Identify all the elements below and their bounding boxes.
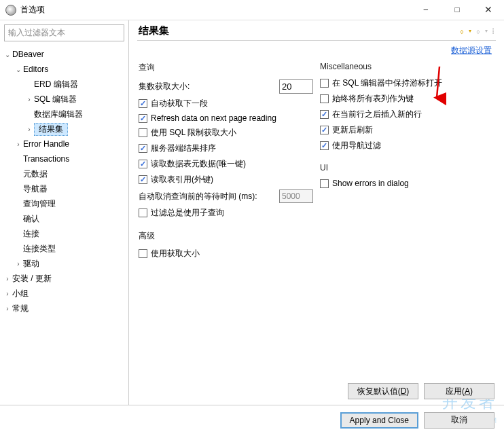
cancel-wait-label: 自动取消查询前的等待时间 (ms): [139, 191, 279, 202]
checkbox-icon [139, 208, 147, 217]
tree-item[interactable]: ›元数据 [0, 166, 128, 181]
nav-back-menu-icon[interactable]: ▾ [469, 28, 471, 34]
tree-item[interactable]: ›SQL 编辑器 [0, 92, 128, 107]
datasource-settings-link[interactable]: 数据源设置 [451, 46, 492, 55]
all-tables-key-checkbox[interactable]: 始终将所有表列作为键 [320, 91, 494, 107]
read-meta-checkbox[interactable]: 读取数据表元数据(唯一键) [139, 156, 313, 172]
checkbox-icon [320, 79, 329, 88]
nav-overflow-icon[interactable]: ⁞ [492, 26, 494, 36]
auto-fetch-checkbox[interactable]: 自动获取下一段 [139, 96, 313, 111]
nav-forward-icon: ⬨ [475, 26, 481, 36]
tree-item-label: 导航器 [23, 183, 48, 195]
checkbox-icon [139, 160, 147, 168]
chevron-right-icon[interactable]: › [24, 126, 34, 133]
chevron-right-icon[interactable]: › [3, 290, 12, 297]
tree-item[interactable]: ›ERD 编辑器 [0, 77, 128, 92]
tree-item[interactable]: ›数据库编辑器 [0, 107, 128, 122]
tree-item-label: 常规 [12, 303, 29, 314]
apply-button[interactable]: 应用(A) [424, 383, 494, 399]
group-ui-title: UI [320, 160, 494, 177]
apply-and-close-button[interactable]: Apply and Close [340, 412, 418, 429]
tree-item-label: SQL 编辑器 [34, 94, 77, 105]
group-advanced-title: 高级 [139, 228, 313, 246]
tree-item[interactable]: ›Transactions [0, 151, 128, 166]
checkbox-icon [139, 249, 147, 258]
tree-item-label: DBeaver [12, 50, 44, 59]
checkbox-icon [139, 114, 147, 123]
fetch-size-input[interactable] [279, 79, 313, 94]
tree-item[interactable]: ›连接 [0, 226, 128, 241]
cancel-button[interactable]: 取消 [424, 412, 494, 429]
show-errors-checkbox[interactable]: Show errors in dialog [320, 177, 494, 190]
read-ref-checkbox[interactable]: 读取表引用(外键) [139, 172, 313, 187]
tree-item[interactable]: ⌄DBeaver [0, 47, 128, 62]
keep-cursor-checkbox[interactable]: 在 SQL 编辑器中保持游标打开 [320, 75, 494, 91]
tree-item-label: Error Handle [23, 139, 69, 149]
tree-item-label: 查询管理 [23, 198, 56, 210]
chevron-right-icon[interactable]: › [3, 305, 12, 312]
chevron-right-icon: › [14, 215, 23, 223]
chevron-right-icon: › [24, 81, 34, 88]
dialog-footer: Apply and Close 取消 [0, 405, 504, 435]
cancel-wait-input [279, 189, 313, 203]
tree-item-label: 元数据 [23, 168, 48, 180]
tree-item[interactable]: ›驱动 [0, 256, 128, 271]
tree-item-label: 驱动 [23, 258, 39, 270]
chevron-right-icon[interactable]: › [14, 260, 23, 268]
chevron-down-icon[interactable]: ⌄ [3, 51, 12, 58]
use-sql-limit-checkbox[interactable]: 使用 SQL 限制获取大小 [139, 125, 313, 141]
minimize-button[interactable]: ‒ [410, 0, 442, 20]
refresh-next-checkbox[interactable]: Refresh data on next page reading [139, 111, 313, 125]
tree-item[interactable]: ›安装 / 更新 [0, 271, 128, 286]
chevron-right-icon[interactable]: › [3, 275, 12, 283]
server-sort-checkbox[interactable]: 服务器端结果排序 [139, 141, 313, 156]
tree-item[interactable]: ⌄Editors [0, 62, 128, 77]
filter-input[interactable]: 输入过滤器文本 [4, 24, 124, 41]
nav-forward-menu-icon: ▾ [485, 28, 488, 34]
use-nav-filter-checkbox[interactable]: 使用导航过滤 [320, 138, 494, 153]
chevron-down-icon[interactable]: ⌄ [14, 66, 23, 73]
checkbox-icon [320, 141, 329, 150]
preferences-tree[interactable]: ⌄DBeaver⌄Editors›ERD 编辑器›SQL 编辑器›数据库编辑器›… [0, 46, 128, 317]
window-title: 首选项 [20, 4, 410, 16]
fetch-size-label: 集数获取大小: [139, 81, 279, 92]
left-column: 查询 集数获取大小: 自动获取下一段 Refresh data on next … [139, 59, 313, 261]
tree-item-label: 连接 [23, 228, 39, 240]
chevron-right-icon: › [14, 185, 23, 193]
group-query-title: 查询 [139, 59, 313, 77]
tree-item-label: 数据库编辑器 [34, 109, 83, 120]
use-fetch-size-checkbox[interactable]: 使用获取大小 [139, 246, 313, 261]
chevron-right-icon[interactable]: › [14, 141, 23, 148]
tree-item-label: 确认 [23, 213, 39, 225]
tree-item[interactable]: ›常规 [0, 301, 128, 316]
content-panel: 结果集 ⬨▾ ⬨▾ ⁞ 数据源设置 查询 集数获取大小: 自动获取下一段 Ref… [129, 20, 504, 405]
chevron-right-icon: › [14, 156, 23, 163]
refresh-after-update-checkbox[interactable]: 更新后刷新 [320, 122, 494, 138]
tree-item-label: Editors [23, 65, 48, 74]
checkbox-icon [139, 99, 147, 108]
close-button[interactable]: ✕ [473, 0, 504, 20]
nav-back-icon[interactable]: ⬨ [459, 26, 465, 36]
filter-subquery-checkbox[interactable]: 过滤总是使用子查询 [139, 205, 313, 221]
insert-after-checkbox[interactable]: 在当前行之后插入新的行 [320, 107, 494, 122]
chevron-right-icon: › [14, 170, 23, 178]
right-column: Miscellaneous 在 SQL 编辑器中保持游标打开 始终将所有表列作为… [320, 59, 494, 261]
tree-item[interactable]: ›小组 [0, 286, 128, 301]
checkbox-icon [139, 175, 147, 184]
chevron-right-icon: › [14, 200, 23, 208]
tree-item-label: 结果集 [34, 123, 68, 136]
maximize-button[interactable]: □ [442, 0, 473, 20]
restore-defaults-button[interactable]: 恢复默认值(D) [348, 383, 418, 399]
chevron-right-icon: › [14, 245, 23, 253]
tree-item[interactable]: ›查询管理 [0, 196, 128, 211]
chevron-right-icon: › [24, 111, 34, 118]
tree-item[interactable]: ›Error Handle [0, 137, 128, 151]
tree-item[interactable]: ›结果集 [0, 122, 128, 137]
chevron-right-icon[interactable]: › [24, 96, 34, 103]
tree-item[interactable]: ›导航器 [0, 181, 128, 196]
tree-item-label: Transactions [23, 154, 69, 164]
tree-item[interactable]: ›连接类型 [0, 241, 128, 256]
tree-item-label: 安装 / 更新 [12, 273, 52, 285]
checkbox-icon [320, 94, 329, 103]
tree-item[interactable]: ›确认 [0, 211, 128, 226]
